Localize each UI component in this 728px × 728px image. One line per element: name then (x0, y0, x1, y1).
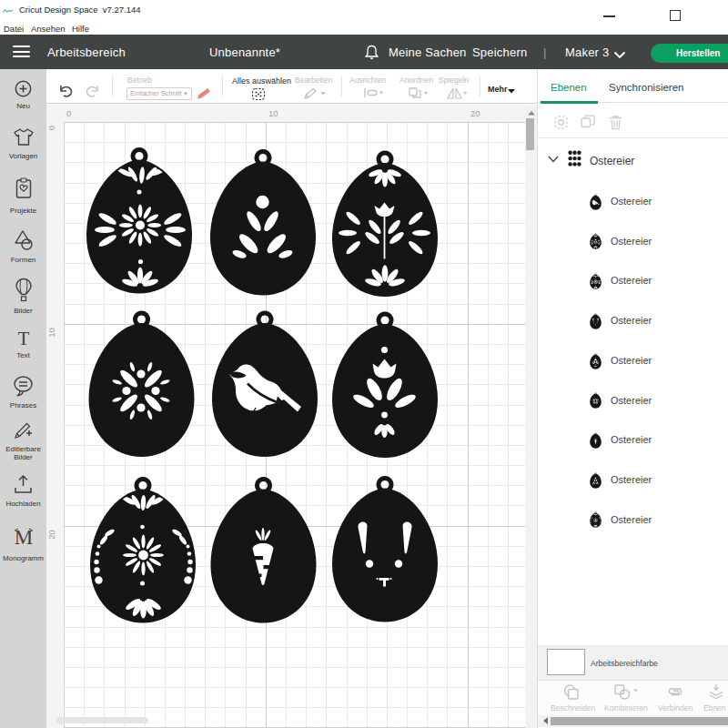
svg-text:M: M (14, 527, 32, 549)
svg-text:T: T (17, 329, 29, 349)
